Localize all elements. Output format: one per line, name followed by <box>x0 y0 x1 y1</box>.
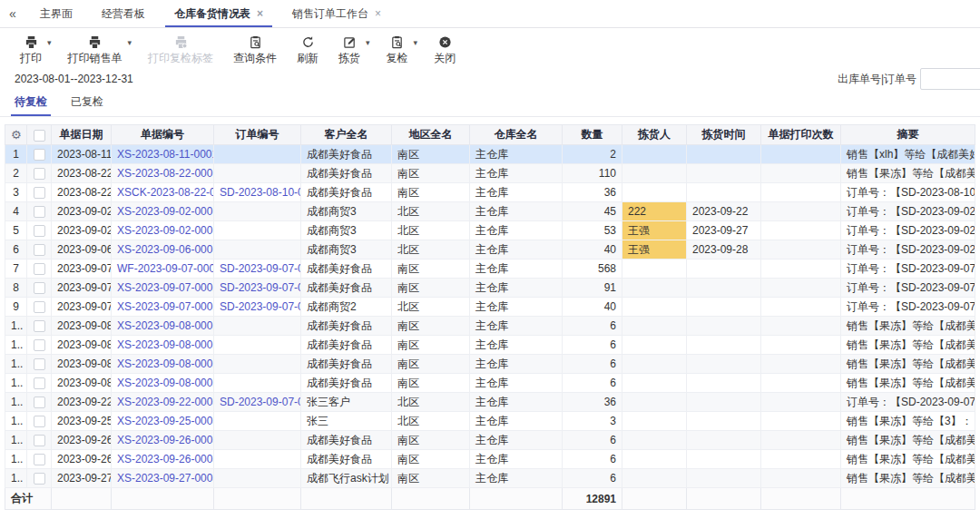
tab-warehouse-stocking-report[interactable]: 仓库备货情况表 × <box>160 0 278 27</box>
cell-order-number-link[interactable] <box>214 431 301 450</box>
cell-order-number-link[interactable] <box>214 450 301 469</box>
cell-order-number-link[interactable] <box>214 164 301 183</box>
tab-main-screen[interactable]: 主界面 <box>25 0 87 27</box>
cell-doc-number-link[interactable]: XS-2023-09-08-00026 <box>112 355 214 374</box>
cell-doc-number-link[interactable]: XS-2023-08-22-00014 <box>112 164 214 183</box>
cell-order-number-link[interactable] <box>214 336 301 355</box>
pick-goods-dropdown-caret[interactable]: ▾ <box>366 38 370 47</box>
col-header-doc-number[interactable]: 单据编号 <box>112 125 214 145</box>
cell-order-number-link[interactable] <box>214 240 301 260</box>
table-row[interactable]: 1..2023-09-22XS-2023-09-22-00030SD-2023-… <box>5 393 975 412</box>
cell-doc-number-link[interactable]: XS-2023-09-02-00016 <box>112 202 214 221</box>
table-row[interactable]: 1..2023-09-26XS-2023-09-26-00032成都美好食品南区… <box>5 431 975 450</box>
cell-doc-number-link[interactable]: WF-2023-09-07-00003 <box>112 260 214 279</box>
row-checkbox[interactable] <box>34 282 45 294</box>
col-header-picker[interactable]: 拣货人 <box>622 125 687 145</box>
row-checkbox[interactable] <box>34 206 45 218</box>
cell-order-number-link[interactable] <box>214 355 301 374</box>
cell-doc-number-link[interactable]: XS-2023-09-08-00025 <box>112 336 214 355</box>
col-header-pick-time[interactable]: 拣货时间 <box>687 125 761 145</box>
print-recheck-label-button[interactable]: 打印复检标签 <box>142 34 219 66</box>
cell-doc-number-link[interactable]: XS-2023-09-08-00024 <box>112 317 214 336</box>
col-header-print-count[interactable]: 单据打印次数 <box>761 125 841 145</box>
cell-doc-number-link[interactable]: XS-2023-09-06-00018 <box>112 240 214 260</box>
row-checkbox[interactable] <box>34 435 45 446</box>
print-dropdown-caret[interactable]: ▾ <box>47 38 52 47</box>
print-button[interactable]: 打印 <box>15 34 47 66</box>
row-checkbox[interactable] <box>34 263 45 275</box>
pick-goods-button[interactable]: 拣货 <box>333 34 366 66</box>
print-sales-slip-button[interactable]: 打印销售单 <box>63 34 128 66</box>
cell-order-number-link[interactable] <box>214 202 301 221</box>
cell-doc-number-link[interactable]: XSCK-2023-08-22-00001 <box>112 183 214 202</box>
cell-doc-number-link[interactable]: XS-2023-09-08-00027 <box>112 374 214 393</box>
row-checkbox[interactable] <box>34 225 45 237</box>
cell-doc-number-link[interactable]: XS-2023-09-22-00030 <box>112 393 214 412</box>
table-row[interactable]: 72023-09-07WF-2023-09-07-00003SD-2023-09… <box>5 260 975 279</box>
table-row[interactable]: 1..2023-09-27XS-2023-09-27-00034成都飞行ask计… <box>5 469 975 488</box>
table-row[interactable]: 92023-09-07XS-2023-09-07-00023SD-2023-09… <box>5 298 975 317</box>
table-row[interactable]: 1..2023-09-08XS-2023-09-08-00024成都美好食品南区… <box>5 317 975 336</box>
col-header-quantity[interactable]: 数量 <box>563 125 622 145</box>
table-row[interactable]: 1..2023-09-08XS-2023-09-08-00027成都美好食品南区… <box>5 374 975 393</box>
refresh-button[interactable]: 刷新 <box>291 34 324 66</box>
table-row[interactable]: 22023-08-22XS-2023-08-22-00014成都美好食品南区主仓… <box>5 164 975 183</box>
col-header-order-number[interactable]: 订单编号 <box>214 125 301 145</box>
row-checkbox[interactable] <box>34 358 45 370</box>
query-conditions-button[interactable]: 查询条件 <box>228 34 282 66</box>
row-checkbox[interactable] <box>34 377 45 389</box>
table-row[interactable]: 1..2023-09-25XS-2023-09-25-00031张三北区主仓库3… <box>5 412 975 431</box>
cell-order-number-link[interactable] <box>214 221 301 240</box>
row-checkbox[interactable] <box>34 473 45 485</box>
row-checkbox[interactable] <box>34 244 45 256</box>
cell-order-number-link[interactable] <box>214 145 301 164</box>
table-row[interactable]: 1..2023-09-26XS-2023-09-26-00033成都美好食品南区… <box>5 450 975 469</box>
cell-order-number-link[interactable] <box>214 412 301 431</box>
table-row[interactable]: 82023-09-07XS-2023-09-07-00022SD-2023-09… <box>5 279 975 298</box>
cell-doc-number-link[interactable]: XS-2023-08-11-00013 <box>112 145 214 164</box>
close-tab-icon[interactable]: × <box>375 7 381 20</box>
tab-business-dashboard[interactable]: 经营看板 <box>87 0 160 27</box>
cell-doc-number-link[interactable]: XS-2023-09-02-00017 <box>112 221 214 240</box>
cell-order-number-link[interactable] <box>214 469 301 488</box>
row-checkbox[interactable] <box>34 301 45 313</box>
row-checkbox[interactable] <box>34 397 45 408</box>
row-checkbox[interactable] <box>34 187 45 199</box>
cell-doc-number-link[interactable]: XS-2023-09-07-00023 <box>112 298 214 317</box>
row-checkbox[interactable] <box>34 416 45 427</box>
cell-doc-number-link[interactable]: XS-2023-09-27-00034 <box>112 469 214 488</box>
table-row[interactable]: 42023-09-02XS-2023-09-02-00016成都商贸3北区主仓库… <box>5 202 975 221</box>
recheck-dropdown-caret[interactable]: ▾ <box>414 38 418 47</box>
order-number-search-input[interactable] <box>920 68 980 90</box>
table-row[interactable]: 1..2023-09-08XS-2023-09-08-00025成都美好食品南区… <box>5 336 975 355</box>
cell-doc-number-link[interactable]: XS-2023-09-26-00033 <box>112 450 214 469</box>
cell-order-number-link[interactable]: SD-2023-09-07-00009 <box>214 260 301 279</box>
row-checkbox[interactable] <box>34 339 45 351</box>
cell-order-number-link[interactable]: SD-2023-09-07-00005 <box>214 393 301 412</box>
column-settings-gear-icon[interactable]: ⚙ <box>11 128 22 142</box>
select-all-checkbox[interactable] <box>34 130 45 142</box>
cell-order-number-link[interactable]: SD-2023-08-10-00002 <box>214 183 301 202</box>
cell-doc-number-link[interactable]: XS-2023-09-25-00031 <box>112 412 214 431</box>
tab-sales-order-workbench[interactable]: 销售订单工作台 × <box>278 0 396 27</box>
cell-order-number-link[interactable] <box>214 317 301 336</box>
cell-order-number-link[interactable]: SD-2023-09-07-00017 <box>214 279 301 298</box>
collapse-tabs-button[interactable]: « <box>0 0 25 27</box>
table-row[interactable]: 32023-08-22XSCK-2023-08-22-00001SD-2023-… <box>5 183 975 202</box>
col-header-doc-date[interactable]: 单据日期 <box>52 125 112 145</box>
cell-doc-number-link[interactable]: XS-2023-09-07-00022 <box>112 279 214 298</box>
cell-order-number-link[interactable] <box>214 374 301 393</box>
row-checkbox[interactable] <box>34 149 45 161</box>
cell-doc-number-link[interactable]: XS-2023-09-26-00032 <box>112 431 214 450</box>
cell-order-number-link[interactable]: SD-2023-09-07-00014 <box>214 298 301 317</box>
tab-rechecked[interactable]: 已复检 <box>71 94 103 116</box>
table-row[interactable]: 1..2023-09-08XS-2023-09-08-00026成都美好食品南区… <box>5 355 975 374</box>
row-checkbox[interactable] <box>34 320 45 332</box>
col-header-region-name[interactable]: 地区全名 <box>392 125 470 145</box>
table-row[interactable]: 62023-09-06XS-2023-09-06-00018成都商贸3北区主仓库… <box>5 240 975 260</box>
close-button[interactable]: 关闭 <box>428 34 461 66</box>
recheck-button[interactable]: 复检 <box>381 34 414 66</box>
table-row[interactable]: 52023-09-02XS-2023-09-02-00017成都商贸3北区主仓库… <box>5 221 975 240</box>
row-checkbox[interactable] <box>34 168 45 180</box>
col-header-summary[interactable]: 摘要 <box>841 125 975 145</box>
